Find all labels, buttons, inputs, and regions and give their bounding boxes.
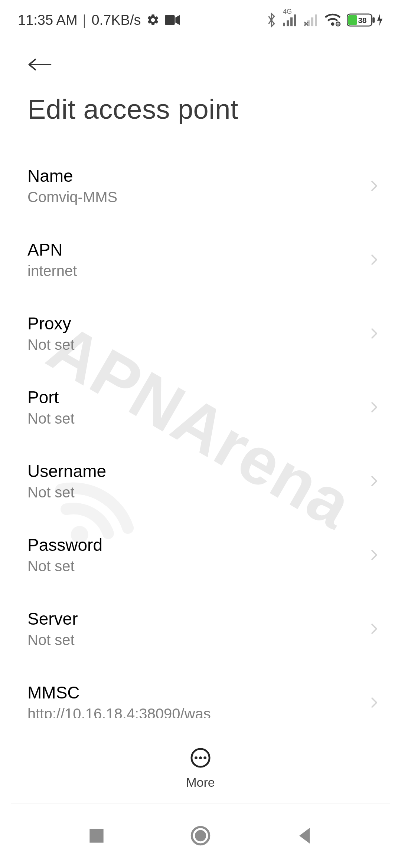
navigation-bar — [0, 803, 401, 868]
action-bar: More — [0, 733, 401, 803]
chevron-right-icon — [368, 401, 381, 414]
svg-rect-8 — [311, 17, 313, 26]
setting-label: Server — [27, 609, 78, 629]
setting-label: MMSC — [27, 683, 211, 703]
setting-value: Comviq-MMS — [27, 189, 117, 206]
signal-nosim-icon — [304, 14, 319, 26]
camera-icon — [165, 15, 180, 25]
setting-value: Not set — [27, 336, 75, 353]
signal-4g-icon: 4G — [283, 14, 298, 26]
status-right: 4G — [266, 13, 383, 27]
more-button[interactable]: More — [186, 747, 215, 790]
svg-rect-4 — [290, 17, 293, 26]
svg-rect-9 — [315, 14, 317, 26]
setting-value: Not set — [27, 484, 106, 501]
svg-point-10 — [331, 22, 335, 26]
bluetooth-icon — [266, 13, 277, 27]
setting-value: Not set — [27, 632, 78, 648]
more-label: More — [186, 775, 215, 790]
chevron-right-icon — [368, 327, 381, 340]
setting-port[interactable]: Port Not set — [0, 370, 401, 444]
chevron-right-icon — [368, 474, 381, 488]
svg-rect-3 — [287, 20, 289, 26]
nav-home-button[interactable] — [189, 824, 212, 848]
setting-proxy[interactable]: Proxy Not set — [0, 296, 401, 370]
battery-icon: 38 — [347, 13, 383, 27]
wifi-icon — [325, 13, 341, 27]
svg-point-18 — [199, 756, 202, 759]
chevron-right-icon — [368, 622, 381, 635]
setting-label: Name — [27, 166, 117, 186]
chevron-right-icon — [368, 179, 381, 193]
status-divider: | — [83, 12, 87, 28]
svg-point-22 — [195, 830, 206, 841]
setting-value: Not set — [27, 558, 102, 575]
status-time: 11:35 AM — [18, 12, 78, 28]
nav-recent-button[interactable] — [85, 824, 108, 848]
more-icon — [190, 747, 211, 770]
svg-rect-1 — [165, 15, 175, 25]
setting-value: internet — [27, 263, 77, 279]
page-title: Edit access point — [0, 80, 401, 149]
setting-label: Password — [27, 535, 102, 555]
setting-apn[interactable]: APN internet — [0, 223, 401, 296]
svg-rect-14 — [372, 17, 375, 23]
setting-value: Not set — [27, 410, 75, 427]
svg-rect-20 — [89, 829, 103, 842]
status-speed: 0.7KB/s — [91, 12, 141, 28]
setting-password[interactable]: Password Not set — [0, 518, 401, 592]
setting-username[interactable]: Username Not set — [0, 444, 401, 518]
svg-rect-13 — [348, 15, 357, 25]
header — [0, 36, 401, 80]
nav-back-button[interactable] — [293, 824, 316, 848]
setting-label: Username — [27, 461, 106, 481]
chevron-right-icon — [368, 548, 381, 562]
content-fade — [0, 718, 401, 733]
svg-text:38: 38 — [358, 16, 366, 24]
setting-name[interactable]: Name Comviq-MMS — [0, 149, 401, 223]
svg-rect-5 — [294, 14, 296, 26]
status-bar: 11:35 AM | 0.7KB/s 4G — [0, 0, 401, 36]
svg-point-19 — [203, 756, 206, 759]
settings-icon — [146, 13, 160, 27]
chevron-right-icon — [368, 696, 381, 709]
chevron-right-icon — [368, 253, 381, 266]
setting-label: Port — [27, 387, 75, 407]
status-left: 11:35 AM | 0.7KB/s — [18, 12, 180, 28]
svg-rect-2 — [283, 23, 285, 26]
back-button[interactable] — [26, 51, 53, 78]
setting-label: APN — [27, 240, 77, 260]
setting-label: Proxy — [27, 313, 75, 333]
svg-point-17 — [195, 756, 198, 759]
setting-server[interactable]: Server Not set — [0, 592, 401, 665]
settings-list: Name Comviq-MMS APN internet Proxy Not s… — [0, 149, 401, 813]
